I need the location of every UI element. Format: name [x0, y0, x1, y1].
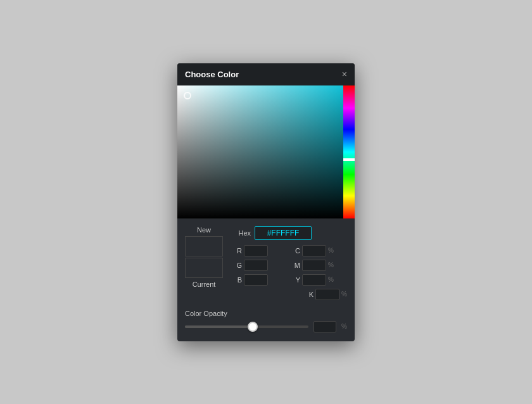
- hue-cursor[interactable]: [343, 158, 355, 161]
- c-label: C: [291, 247, 300, 255]
- y-input[interactable]: [302, 274, 326, 286]
- controls-area: New Current Hex R G: [177, 218, 355, 341]
- hex-label: Hex: [233, 229, 251, 237]
- color-picker-dialog: Choose Color × New Current Hex: [177, 63, 355, 341]
- close-button[interactable]: ×: [342, 70, 347, 79]
- current-swatch-label: Current: [185, 281, 223, 288]
- g-row: G: [233, 260, 289, 271]
- input-rows: R G B C: [233, 245, 347, 289]
- dialog-title: Choose Color: [185, 70, 239, 79]
- rgb-column: R G B: [233, 245, 289, 289]
- k-label: K: [305, 291, 314, 298]
- k-input[interactable]: [315, 289, 339, 300]
- opacity-slider-fill: [185, 325, 253, 328]
- color-gradient-area[interactable]: [177, 85, 355, 218]
- k-percent: %: [341, 291, 347, 298]
- r-label: R: [233, 247, 242, 255]
- m-row: M %: [291, 260, 347, 271]
- right-controls: Hex R G B: [233, 226, 347, 303]
- y-percent: %: [328, 276, 334, 283]
- new-swatch-label: New: [185, 226, 223, 234]
- opacity-row: %: [185, 321, 347, 332]
- opacity-section: Color Opacity %: [185, 307, 347, 332]
- dialog-header: Choose Color ×: [177, 63, 355, 85]
- c-row: C %: [291, 245, 347, 256]
- y-label: Y: [291, 276, 300, 284]
- opacity-label: Color Opacity: [185, 310, 347, 317]
- hex-row: Hex: [233, 226, 347, 240]
- opacity-value-input[interactable]: [314, 321, 336, 332]
- cmy-column: C % M % Y %: [291, 245, 347, 289]
- new-color-swatch: [185, 236, 223, 256]
- opacity-slider-track[interactable]: [185, 325, 308, 328]
- m-percent: %: [328, 262, 334, 268]
- r-input[interactable]: [244, 245, 268, 256]
- opacity-percent-sign: %: [341, 323, 347, 330]
- r-row: R: [233, 245, 289, 256]
- opacity-thumb[interactable]: [248, 322, 258, 332]
- gradient-cursor[interactable]: [184, 92, 191, 99]
- b-label: B: [233, 276, 242, 284]
- hue-spectrum-strip[interactable]: [343, 85, 355, 218]
- c-input[interactable]: [302, 245, 326, 256]
- k-row: K %: [233, 289, 347, 300]
- color-swatches: New Current: [185, 226, 223, 288]
- current-color-swatch: [185, 258, 223, 278]
- m-input[interactable]: [302, 260, 326, 271]
- g-label: G: [233, 262, 242, 269]
- b-input[interactable]: [244, 274, 268, 286]
- m-label: M: [291, 262, 300, 269]
- b-row: B: [233, 274, 289, 286]
- hex-input[interactable]: [255, 226, 312, 240]
- y-row: Y %: [291, 274, 347, 286]
- c-percent: %: [328, 247, 334, 254]
- g-input[interactable]: [244, 260, 268, 271]
